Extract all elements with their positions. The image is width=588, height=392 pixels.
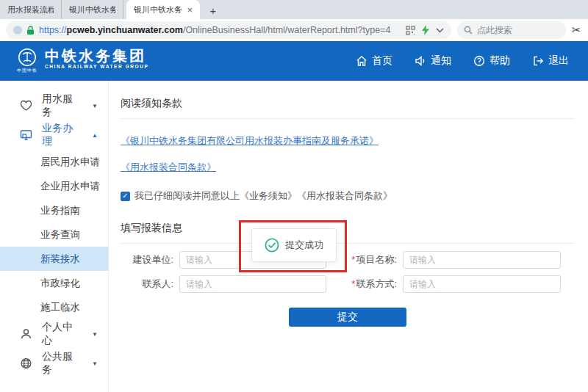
form-row: 建设单位: *项目名称: bbox=[121, 251, 575, 269]
tab-title: 用水报装流程_ bbox=[7, 4, 54, 15]
quick-search-box[interactable]: 点此搜索 bbox=[457, 21, 566, 39]
lock-icon bbox=[26, 26, 35, 35]
project-name-input[interactable] bbox=[403, 251, 561, 269]
field-contact-person: 联系人: bbox=[121, 275, 326, 293]
required-star: * bbox=[351, 254, 355, 265]
application-form: 建设单位: *项目名称: 联系人: *联系方式: bbox=[121, 251, 575, 293]
sidebar: 用水服务 ▼ 业务办理 ▲ 居民用水申请 企业用水申请 业务指南 业务查询 新装… bbox=[0, 81, 109, 392]
nav-label: 通知 bbox=[431, 54, 451, 68]
site-icon bbox=[13, 26, 22, 35]
chevron-down-icon: ▼ bbox=[92, 103, 98, 109]
main-panel: 阅读须知条款 《银川中铁水务集团有限公司用水报装办事指南及服务承诺》 《用水报装… bbox=[109, 81, 588, 392]
brand-logo: 中国中铁 中铁水务集团 CHINA RAILWAY WATER GROUP bbox=[15, 48, 148, 74]
tab-title: 银川中铁水务集 bbox=[69, 4, 115, 15]
field-contact-method: *联系方式: bbox=[326, 275, 561, 293]
brand-text: 中铁水务集团 CHINA RAILWAY WATER GROUP bbox=[45, 48, 148, 69]
field-label: *项目名称: bbox=[326, 253, 403, 266]
user-icon bbox=[20, 328, 32, 340]
sidebar-group-business-handling[interactable]: 业务办理 ▲ bbox=[0, 120, 108, 150]
sidebar-item-new-water-connection[interactable]: 新装接水 bbox=[0, 247, 108, 271]
sidebar-item-municipal-greening[interactable]: 市政绿化 bbox=[0, 271, 108, 295]
agreement-row: 我已仔细阅读并同意以上《业务须知》《用水报装合同条款》 bbox=[121, 189, 575, 203]
nav-logout[interactable]: 退出 bbox=[532, 54, 569, 68]
agreement-label: 我已仔细阅读并同意以上《业务须知》《用水报装合同条款》 bbox=[135, 189, 392, 203]
new-tab-button[interactable]: + bbox=[204, 3, 222, 18]
globe-icon bbox=[20, 357, 32, 369]
sidebar-group-label: 个人中心 bbox=[42, 321, 82, 347]
crwg-emblem-icon: 中国中铁 bbox=[15, 48, 40, 74]
sidebar-item-label: 居民用水申请 bbox=[40, 156, 100, 169]
nav-label: 帮助 bbox=[490, 54, 510, 68]
sidebar-group-public-services[interactable]: 公共服务 ▼ bbox=[0, 349, 108, 378]
nav-help[interactable]: 帮助 bbox=[473, 54, 510, 68]
guide-document-link[interactable]: 《银川中铁水务集团有限公司用水报装办事指南及服务承诺》 bbox=[121, 134, 575, 148]
form-section-title: 填写报装信息 bbox=[121, 222, 575, 235]
logout-icon bbox=[532, 55, 544, 67]
sidebar-item-label: 企业用水申请 bbox=[40, 180, 100, 193]
sidebar-group-label: 业务办理 bbox=[42, 122, 82, 148]
sidebar-group-water-services[interactable]: 用水服务 ▼ bbox=[0, 91, 108, 120]
submit-button[interactable]: 提交 bbox=[289, 308, 406, 327]
divider bbox=[121, 243, 575, 244]
sidebar-item-business-query[interactable]: 业务查询 bbox=[0, 222, 108, 247]
form-row: 联系人: *联系方式: bbox=[121, 275, 575, 293]
success-toast: 提交成功 bbox=[251, 228, 337, 262]
url-path: /OnlineBusinessHall/html/waterReport.htm… bbox=[183, 25, 390, 35]
nav-label: 首页 bbox=[372, 54, 392, 68]
agreement-checkbox[interactable] bbox=[121, 192, 130, 201]
contact-person-input[interactable] bbox=[179, 275, 326, 293]
sidebar-item-resident-water-application[interactable]: 居民用水申请 bbox=[0, 150, 108, 174]
browser-tab-1[interactable]: 用水报装流程_ bbox=[0, 0, 62, 19]
notice-section-title: 阅读须知条款 bbox=[121, 97, 575, 110]
lightning-icon[interactable] bbox=[422, 25, 429, 35]
brand-name-en: CHINA RAILWAY WATER GROUP bbox=[45, 64, 148, 69]
chevron-down-icon: ▼ bbox=[92, 331, 98, 338]
nav-notifications[interactable]: 通知 bbox=[415, 54, 451, 68]
home-icon bbox=[356, 55, 368, 67]
url-actions bbox=[406, 25, 444, 35]
help-icon bbox=[473, 55, 485, 67]
sidebar-item-label: 业务查询 bbox=[40, 228, 80, 242]
field-project-name: *项目名称: bbox=[326, 251, 561, 269]
chevron-up-icon: ▲ bbox=[92, 132, 98, 139]
browser-tab-2[interactable]: 银川中铁水务集 bbox=[62, 0, 123, 19]
qr-code-icon[interactable] bbox=[406, 26, 415, 35]
sidebar-item-construction-temporary-water[interactable]: 施工临水 bbox=[0, 295, 108, 319]
url-text: https://pcweb.yinchuanwater.com/OnlineBu… bbox=[39, 25, 401, 35]
heart-icon bbox=[20, 100, 32, 112]
contact-method-input[interactable] bbox=[403, 275, 561, 293]
browser-address-bar: https://pcweb.yinchuanwater.com/OnlineBu… bbox=[0, 19, 588, 41]
url-separator: :// bbox=[59, 25, 66, 35]
sidebar-group-label: 用水服务 bbox=[42, 92, 82, 119]
sidebar-item-label: 施工临水 bbox=[40, 301, 80, 314]
tab-title: 银川中铁水务集 bbox=[134, 4, 182, 15]
field-label: *联系方式: bbox=[326, 277, 403, 291]
sidebar-item-label: 业务指南 bbox=[40, 204, 80, 217]
scissors-icon[interactable]: ✂ bbox=[572, 23, 588, 37]
browser-tab-bar: 用水报装流程_ 银川中铁水务集 银川中铁水务集 × + bbox=[0, 0, 588, 19]
url-field[interactable]: https://pcweb.yinchuanwater.com/OnlineBu… bbox=[6, 21, 451, 39]
search-icon bbox=[464, 26, 473, 35]
browser-tab-3-active[interactable]: 银川中铁水务集 × bbox=[126, 0, 200, 19]
sidebar-item-label: 新装接水 bbox=[40, 253, 80, 266]
toast-message: 提交成功 bbox=[285, 239, 323, 252]
browser-window: { "browser": { "tabs": [ {"title": "用水报装… bbox=[0, 0, 588, 392]
success-check-icon bbox=[265, 238, 279, 253]
divider bbox=[121, 118, 575, 119]
sidebar-item-enterprise-water-application[interactable]: 企业用水申请 bbox=[0, 174, 108, 198]
brand-name-cn: 中铁水务集团 bbox=[45, 48, 148, 64]
site-header: 中国中铁 中铁水务集团 CHINA RAILWAY WATER GROUP 首页… bbox=[0, 41, 588, 81]
field-label: 建设单位: bbox=[121, 253, 179, 266]
sidebar-group-label: 公共服务 bbox=[42, 350, 82, 377]
tab-close-icon[interactable]: × bbox=[187, 5, 193, 15]
chevron-down-icon: ▼ bbox=[92, 360, 98, 367]
nav-home[interactable]: 首页 bbox=[356, 54, 392, 68]
search-placeholder: 点此搜索 bbox=[477, 24, 512, 37]
contract-terms-link[interactable]: 《用水报装合同条款》 bbox=[121, 161, 575, 174]
sidebar-item-business-guide[interactable]: 业务指南 bbox=[0, 198, 108, 222]
sidebar-group-personal-center[interactable]: 个人中心 ▼ bbox=[0, 319, 108, 349]
field-label: 联系人: bbox=[121, 277, 179, 291]
chevron-down-icon[interactable] bbox=[436, 28, 444, 33]
header-nav: 首页 通知 帮助 退出 bbox=[356, 54, 569, 68]
speaker-icon bbox=[415, 55, 426, 67]
